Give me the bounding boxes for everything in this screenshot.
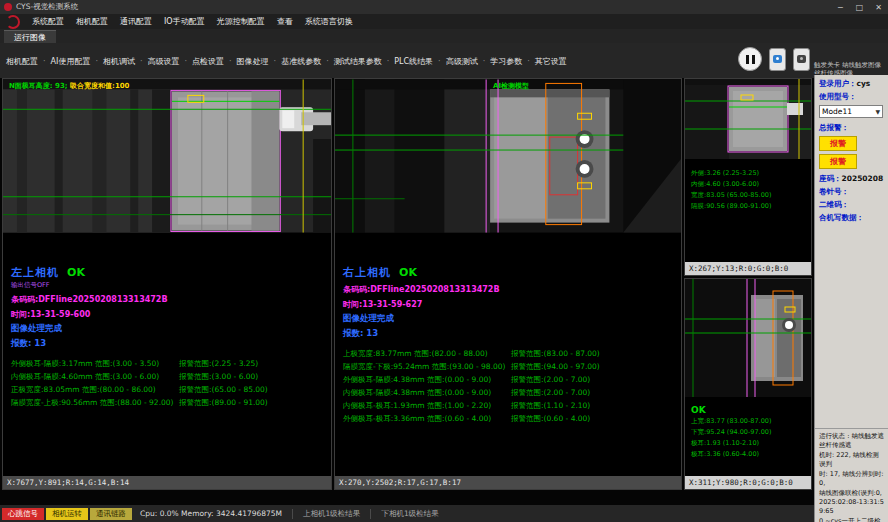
tool-spot-check[interactable]: 点检设置	[179, 56, 224, 67]
title-bar: CYS-视觉检测系统 ─ □ ✕	[0, 0, 888, 14]
camera-left-title: 左上相机	[11, 265, 59, 280]
camera-left-status: OK	[67, 266, 85, 279]
maximize-button[interactable]: □	[850, 0, 869, 14]
alarm-badge-2[interactable]: 报警	[819, 154, 857, 169]
tool-learn-params[interactable]: 学习参数	[478, 56, 523, 67]
camera-run-indicator: 相机运转	[46, 508, 88, 520]
menu-bar: 系统配置 相机配置 通讯配置 IO手动配置 光源控制配置 查看 系统语言切换	[0, 14, 888, 29]
tool-camera-config[interactable]: 相机配置	[6, 56, 38, 67]
tool-test-result-params[interactable]: 测试结果参数	[321, 56, 382, 67]
cursor-readout-left: X:7677,Y:891;R:14,G:14,B:14	[3, 476, 331, 489]
thumb-bottom-measures: 上宽:83.77 (83.00-87.00) 下宽:95.24 (94.00-9…	[685, 417, 811, 461]
cpu-memory-readout: Cpu: 0.0% Memory: 3424.41796875M	[140, 509, 282, 518]
thumb-top-measures: 外侧:3.26 (2.25-3.25) 内侧:4.60 (3.00-6.00) …	[685, 163, 811, 213]
status-bar: 心跳信号 相机运转 通讯链路 Cpu: 0.0% Memory: 3424.41…	[0, 505, 814, 522]
menu-system-config[interactable]: 系统配置	[32, 16, 64, 27]
side-panel: 登录用户：cys 使用型号： Mode11 ▼ 总报警： 报警 报警 座码：20…	[814, 75, 888, 522]
pause-button[interactable]	[738, 47, 762, 71]
camera-image-left[interactable]	[3, 79, 331, 233]
tool-advanced-test[interactable]: 高级测试	[433, 56, 478, 67]
camera-right-title: 右上相机	[343, 265, 391, 280]
measure-row: 内侧极耳-隔膜:4.60mm 范围:(3.00 - 6.00)报警范围:(3.0…	[11, 372, 331, 385]
tab-strip: 运行图像	[0, 29, 888, 43]
overlay-measure-left-2: 吸合宽度和值:100	[70, 82, 129, 90]
result-block-right: 右上相机 OK 条码码:DFFline2025020813313472B 时间:…	[335, 237, 681, 427]
tab-run-image[interactable]: 运行图像	[4, 30, 56, 44]
barcode-right: 条码码:DFFline2025020813313472B	[343, 284, 681, 295]
toolbar: 相机配置 AI使用配置 相机调试 高级设置 点检设置 图像处理 基准线参数 测试…	[0, 43, 888, 78]
cursor-readout-right: X:270,Y:2502;R:17,G:17,B:17	[335, 476, 681, 489]
cursor-readout-thumb-top: X:267;Y:13;R:0;G:0;B:0	[685, 262, 811, 275]
close-button[interactable]: ✕	[869, 0, 888, 14]
measure-row: 外侧极耳-隔膜:3.17mm 范围:(3.00 - 3.50)报警范围:(2.2…	[11, 359, 331, 372]
write-data-label: 合机写数据：	[819, 213, 864, 222]
overlay-ai-model: AI检测模型	[493, 82, 529, 90]
thumb-feed-top[interactable]	[685, 79, 811, 163]
measure-row: 正极宽度:83.05mm 范围:(80.00 - 86.00)报警范围:(65.…	[11, 385, 331, 398]
tool-baseline-params[interactable]: 基准线参数	[269, 56, 322, 67]
camera-right-status: OK	[399, 266, 417, 279]
tool-ai-config[interactable]: AI使用配置	[38, 56, 90, 67]
upper-camera-result: 上相机1级检结果	[292, 509, 360, 519]
app-icon	[4, 3, 12, 11]
window-title: CYS-视觉检测系统	[16, 2, 78, 12]
batch-code-label: 座码：	[819, 174, 842, 183]
thumb-panel-top: 外侧:3.26 (2.25-3.25) 内侧:4.60 (3.00-6.00) …	[684, 78, 812, 276]
app-window: CYS-视觉检测系统 ─ □ ✕ 系统配置 相机配置 通讯配置 IO手动配置 光…	[0, 0, 888, 522]
measure-row: 隔膜宽度-上极:90.56mm 范围:(88.00 - 92.00)报警范围:(…	[11, 398, 331, 411]
thumb-feed-bottom[interactable]	[685, 279, 811, 401]
tool-other-settings[interactable]: 其它设置	[522, 56, 567, 67]
measure-row: 外侧极耳-极耳:3.36mm 范围:(0.60 - 4.00)报警范围:(0.6…	[343, 414, 681, 427]
result-block-left: 左上相机 OK 输出信号OFF 条码码:DFFline2025020813313…	[3, 237, 331, 411]
alarm-badge-1[interactable]: 报警	[819, 136, 857, 151]
menu-language[interactable]: 系统语言切换	[305, 16, 353, 27]
measure-row: 上极宽度:83.77mm 范围:(82.00 - 88.00)报警范围:(83.…	[343, 349, 681, 362]
batch-code-value: 20250208	[842, 174, 884, 183]
camera-a-toggle-button[interactable]	[769, 48, 786, 71]
thumb-panel-bottom: OK 上宽:83.77 (83.00-87.00) 下宽:95.24 (94.0…	[684, 278, 812, 490]
menu-io-manual[interactable]: IO手动配置	[164, 16, 205, 27]
camera-panel-right: AI检测模型 右上相机 OK 条码码:DFFline20250208133134…	[334, 78, 682, 490]
model-label: 使用型号：	[819, 92, 857, 101]
tool-image-process[interactable]: 图像处理	[224, 56, 269, 67]
model-select[interactable]: Mode11 ▼	[819, 105, 883, 118]
camera-image-right[interactable]	[335, 79, 681, 233]
login-user-label: 登录用户：	[819, 79, 857, 88]
measure-row: 内侧极耳-极耳:1.93mm 范围:(1.00 - 2.20)报警范围:(1.1…	[343, 401, 681, 414]
tool-plc-results[interactable]: PLC线结果	[382, 56, 433, 67]
login-user-value: cys	[857, 79, 871, 88]
minimize-button[interactable]: ─	[831, 0, 850, 14]
camera-b-toggle-button[interactable]	[793, 48, 810, 71]
chevron-down-icon: ▼	[875, 108, 880, 115]
tool-camera-debug[interactable]: 相机调试	[90, 56, 135, 67]
time-right: 时间:13-31-59-627	[343, 299, 681, 310]
lower-camera-result: 下相机1级检结果	[370, 509, 438, 519]
overlay-measure-left: N面极耳高度: 93;	[9, 82, 68, 90]
thumb-image-top[interactable]	[685, 79, 811, 159]
qr-code-label: 二维码：	[819, 200, 849, 209]
count-right: 报数: 13	[343, 328, 681, 340]
menu-comm-config[interactable]: 通讯配置	[120, 16, 152, 27]
needle-no-label: 卷针号：	[819, 187, 849, 196]
brand-logo-icon	[6, 15, 20, 29]
comm-link-indicator: 通讯链路	[90, 508, 132, 520]
menu-light-control[interactable]: 光源控制配置	[217, 16, 265, 27]
runtime-info-block: 运行状态：纳线触发遮 丝杆传感遮 机时: 222, 纳线检测误判 时: 17, …	[815, 428, 888, 522]
tool-advanced-settings[interactable]: 高级设置	[135, 56, 180, 67]
measure-row: 隔膜宽度-下极:95.24mm 范围:(93.00 - 98.00)报警范围:(…	[343, 362, 681, 375]
heartbeat-indicator: 心跳信号	[2, 508, 44, 520]
cursor-readout-thumb-bottom: X:311;Y:980;R:0;G:0;B:0	[685, 476, 811, 489]
menu-view[interactable]: 查看	[277, 16, 293, 27]
menu-camera-config[interactable]: 相机配置	[76, 16, 108, 27]
camera-a-icon	[773, 55, 782, 63]
output-note: 输出信号OFF	[11, 281, 331, 290]
camera-feed-left[interactable]: N面极耳高度: 93; 吸合宽度和值:100	[3, 79, 331, 237]
thumb-image-bottom[interactable]	[685, 279, 811, 397]
camera-panel-left: N面极耳高度: 93; 吸合宽度和值:100 左上相机 OK 输出信号OFF 条…	[2, 78, 332, 490]
count-left: 报数: 13	[11, 338, 331, 350]
process-status-left: 图像处理完成	[11, 323, 331, 335]
thumb-bottom-status: OK	[685, 401, 811, 417]
camera-feed-right[interactable]: AI检测模型	[335, 79, 681, 237]
measure-row: 外侧极耳-隔膜:4.38mm 范围:(0.00 - 9.00)报警范围:(2.0…	[343, 375, 681, 388]
camera-b-icon	[797, 55, 806, 63]
